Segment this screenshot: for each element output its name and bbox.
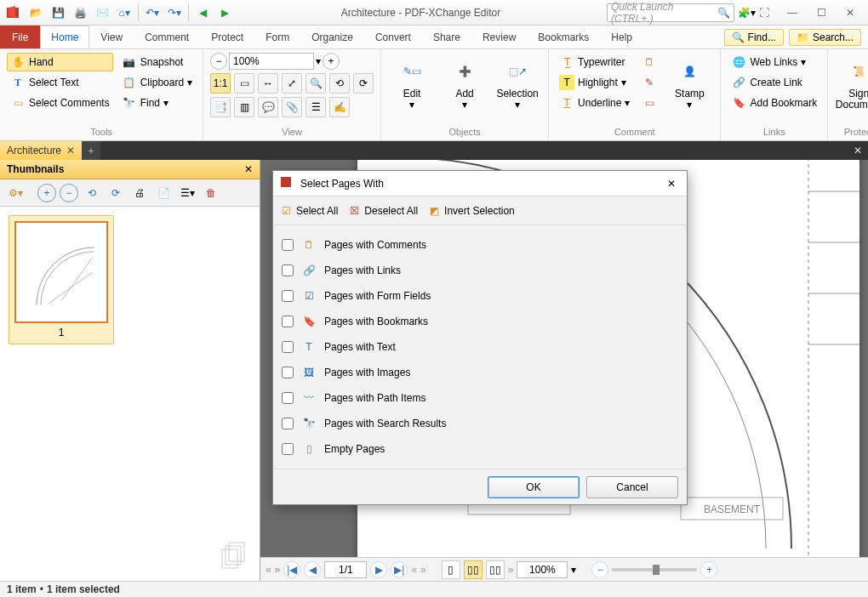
- tab-form[interactable]: Form: [254, 26, 300, 48]
- row-links[interactable]: 🔗Pages with Links: [282, 258, 678, 283]
- cancel-button[interactable]: Cancel: [586, 476, 678, 498]
- rotate-cw-button[interactable]: ⟳: [353, 73, 374, 94]
- properties-icon[interactable]: ☰▾: [177, 183, 197, 203]
- checkbox-bookmarks[interactable]: [282, 316, 294, 327]
- zoom-out-button[interactable]: −: [210, 53, 227, 70]
- hand-tool[interactable]: ✋Hand: [7, 53, 113, 71]
- row-text[interactable]: TPages with Text: [282, 334, 678, 360]
- fit-icon[interactable]: ⛶: [759, 7, 769, 19]
- quick-launch-input[interactable]: Quick Launch (CTRL+.) 🔍: [607, 3, 734, 22]
- forward-icon[interactable]: ▶: [214, 3, 235, 23]
- checkbox-path[interactable]: [282, 392, 294, 404]
- fit-visible-button[interactable]: ⤢: [282, 73, 302, 94]
- thumbnails-close-icon[interactable]: ✕: [244, 163, 253, 175]
- close-all-tabs-button[interactable]: ✕: [848, 141, 868, 160]
- tab-comment[interactable]: Comment: [134, 26, 200, 48]
- pencil-button[interactable]: ✎: [638, 73, 660, 92]
- sticky-note-button[interactable]: 🗒: [638, 53, 660, 71]
- app-icon[interactable]: [3, 3, 24, 23]
- typewriter-button[interactable]: T̲Typewriter: [556, 53, 633, 71]
- ok-button[interactable]: OK: [488, 476, 580, 498]
- document-tab[interactable]: Architecture ✕: [0, 141, 82, 160]
- zoom-in-icon[interactable]: +: [700, 561, 717, 578]
- open-icon[interactable]: 📂: [26, 3, 46, 23]
- fit-width-button[interactable]: ↔: [258, 73, 278, 94]
- add-bookmark-button[interactable]: 🔖Add Bookmark: [728, 94, 820, 112]
- last-page-button[interactable]: ▶|: [391, 561, 408, 578]
- row-images[interactable]: 🖼Pages with Images: [282, 360, 678, 385]
- maximize-button[interactable]: ☐: [807, 3, 836, 23]
- two-page-button[interactable]: ▯▯: [486, 560, 505, 579]
- create-link-button[interactable]: 🔗Create Link: [728, 73, 820, 92]
- next-page-button[interactable]: ▶: [370, 561, 387, 578]
- row-empty[interactable]: ▯Empty Pages: [282, 436, 678, 462]
- close-button[interactable]: ✕: [836, 3, 865, 23]
- add-button[interactable]: ➕Add▾: [441, 53, 488, 111]
- selection-button[interactable]: ⬚↗Selection▾: [494, 53, 541, 111]
- underline-button[interactable]: TUnderline▾: [556, 94, 633, 112]
- extract-icon[interactable]: 📄: [153, 183, 174, 203]
- row-comments[interactable]: 🗒Pages with Comments: [282, 232, 678, 258]
- attachments-pane-button[interactable]: 📎: [282, 97, 302, 117]
- page-layout-more-icon[interactable]: »: [508, 564, 514, 576]
- snapshot-tool[interactable]: 📷Snapshot: [118, 53, 196, 71]
- page-input[interactable]: [324, 561, 367, 578]
- dialog-close-icon[interactable]: ✕: [663, 178, 680, 190]
- actual-size-button[interactable]: 1:1: [210, 73, 231, 94]
- thumbs-pane-button[interactable]: ▥: [234, 97, 254, 117]
- row-bookmarks[interactable]: 🔖Pages with Bookmarks: [282, 309, 678, 334]
- minimize-button[interactable]: —: [778, 3, 807, 23]
- ui-options-icon[interactable]: 🧩▾: [738, 7, 756, 19]
- zoom-level-input[interactable]: [517, 561, 568, 578]
- first-page-button[interactable]: |◀: [283, 561, 300, 578]
- tab-share[interactable]: Share: [422, 26, 471, 48]
- zoom-dropdown-icon-2[interactable]: ▾: [571, 564, 576, 576]
- row-search[interactable]: 🔭Pages with Search Results: [282, 411, 678, 436]
- checkbox-empty[interactable]: [282, 443, 294, 455]
- search-button[interactable]: 📁 Search...: [789, 29, 861, 46]
- prev-doc-icon[interactable]: »: [275, 564, 281, 576]
- scan-icon[interactable]: ⌂▾: [114, 3, 134, 23]
- new-tab-button[interactable]: ＋: [82, 141, 100, 160]
- web-links-button[interactable]: 🌐Web Links ▾: [728, 53, 820, 71]
- thumb-zoom-out-icon[interactable]: −: [60, 184, 78, 202]
- zoom-slider[interactable]: [612, 568, 697, 571]
- document-tab-close-icon[interactable]: ✕: [66, 145, 75, 156]
- checkbox-comments[interactable]: [282, 239, 294, 251]
- tab-home[interactable]: Home: [40, 26, 89, 48]
- clipboard-tool[interactable]: 📋Clipboard ▾: [118, 73, 196, 92]
- signatures-pane-button[interactable]: ✍: [329, 97, 350, 117]
- save-icon[interactable]: 💾: [48, 3, 68, 23]
- rotate-right-icon[interactable]: ⟳: [106, 183, 126, 203]
- zoom-out-icon[interactable]: −: [591, 561, 608, 578]
- select-all-button[interactable]: ☑Select All: [282, 205, 338, 217]
- tab-help[interactable]: Help: [600, 26, 643, 48]
- select-text-tool[interactable]: 𝐓Select Text: [7, 73, 113, 92]
- checkbox-images[interactable]: [282, 367, 294, 378]
- edit-button[interactable]: ✎▭Edit▾: [388, 53, 436, 111]
- continuous-button[interactable]: ▯▯: [464, 560, 483, 579]
- checkbox-links[interactable]: [282, 264, 294, 276]
- find-button[interactable]: 🔍 Find...: [724, 29, 784, 46]
- tab-organize[interactable]: Organize: [300, 26, 364, 48]
- single-page-button[interactable]: ▯: [442, 560, 460, 579]
- highlight-button[interactable]: THighlight▾: [556, 73, 633, 92]
- checkbox-text[interactable]: [282, 341, 294, 353]
- deselect-all-button[interactable]: ☒Deselect All: [350, 205, 418, 217]
- next-view-icon[interactable]: »: [420, 564, 426, 576]
- select-comments-tool[interactable]: ▭Select Comments: [7, 94, 113, 112]
- rect-button[interactable]: ▭: [638, 94, 660, 112]
- tab-view[interactable]: View: [89, 26, 134, 48]
- print-thumbs-icon[interactable]: 🖨: [129, 183, 150, 203]
- row-form-fields[interactable]: ☑Pages with Form Fields: [282, 283, 678, 309]
- checkbox-search[interactable]: [282, 418, 294, 429]
- thumbnail-item[interactable]: 1: [9, 215, 114, 344]
- prev-page-button[interactable]: ◀: [304, 561, 321, 578]
- zoom-input[interactable]: [229, 53, 314, 70]
- thumbnails-body[interactable]: 1: [0, 207, 260, 581]
- invert-selection-button[interactable]: ◩Invert Selection: [430, 205, 515, 217]
- stamp-button[interactable]: 👤Stamp▾: [665, 53, 713, 111]
- sign-document-button[interactable]: 📜 SignDocument: [835, 53, 868, 111]
- first-doc-icon[interactable]: «: [266, 564, 271, 576]
- undo-icon[interactable]: ↶▾: [142, 3, 163, 23]
